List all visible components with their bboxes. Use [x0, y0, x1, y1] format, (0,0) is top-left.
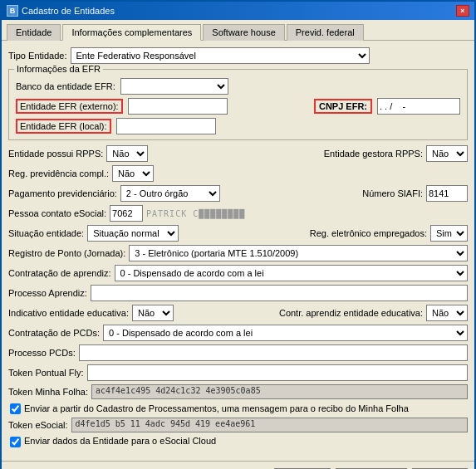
registro-ponto-label: Registro de Ponto (Jornada): [8, 248, 125, 258]
pessoa-contato-name: PATRICK C████████ [146, 209, 245, 218]
contr-aprendiz-label: Contr. aprendiz entidade educativa: [279, 308, 423, 318]
token-pontual-input[interactable] [87, 364, 469, 381]
rpps-row: Entidade possui RPPS: Não Entidade gesto… [8, 145, 468, 162]
pessoa-contato-label: Pessoa contato eSocial: [8, 208, 106, 218]
pgto-left: Pagamento previdenciário: 2 - Outro órgã… [8, 185, 220, 202]
main-window: B Cadastro de Entidades × Entidade Infor… [0, 0, 476, 469]
processo-aprendiz-input[interactable] [91, 285, 468, 301]
token-esocial-row: Token eSocial: d4fe1d5 b5 11 4adc 945d 4… [8, 418, 468, 432]
cnpj-input[interactable] [377, 98, 460, 115]
token-pontual-row: Token Pontual Fly: [8, 364, 468, 381]
reg-eletronico-right: Reg. eletrônico empregados: Sim [310, 225, 468, 242]
pgto-prev-label: Pagamento previdenciário: [8, 188, 117, 198]
efr-banco-row: Banco da entidade EFR: [16, 78, 460, 95]
rpps-right: Entidade gestora RPPS: Não [324, 145, 468, 162]
app-icon: B [7, 5, 18, 17]
pessoa-contato-code-input[interactable] [110, 205, 143, 222]
contratacao-aprendiz-row: Contratação de aprendiz: 0 - Dispensado … [8, 265, 468, 281]
title-bar: B Cadastro de Entidades × [2, 2, 474, 20]
indicativo-label: Indicativo entidade educativa: [8, 308, 129, 318]
registro-ponto-select[interactable]: 3 - Eletrônico (portaria MTE 1.510/2009) [129, 245, 468, 261]
entidade-externo-input[interactable] [128, 98, 228, 115]
entidade-local-input[interactable] [116, 118, 216, 134]
numero-siafi-input[interactable] [426, 185, 468, 202]
checkbox-esocial-label: Enviar dados da Entidade para o eSocial … [24, 436, 216, 446]
token-minha-folha-label: Token Minha Folha: [8, 387, 88, 397]
bottom-buttons: Gravar Selecionar Excluir [2, 461, 474, 469]
entidade-rpps-select[interactable]: Não [106, 145, 148, 162]
token-esocial-label: Token eSocial: [8, 420, 68, 430]
situacao-label: Situação entidade: [8, 228, 84, 238]
pessoa-contato-row: Pessoa contato eSocial: PATRICK C███████… [8, 205, 468, 222]
efr-local-row: Entidade EFR (local): [16, 118, 460, 134]
reg-eletronico-select[interactable]: Sim [430, 225, 468, 242]
gestora-rpps-select[interactable]: Não [426, 145, 468, 162]
reg-prev-select[interactable]: Não [112, 165, 154, 182]
checkbox-minha-folha-row: Enviar a partir do Cadastro de Processam… [8, 403, 468, 414]
checkbox-esocial-row: Enviar dados da Entidade para o eSocial … [8, 436, 468, 447]
situacao-select[interactable]: Situação normal [87, 225, 179, 242]
reg-prev-row: Reg. previdência compl.: Não [8, 165, 468, 182]
pgto-prev-select[interactable]: 2 - Outro órgão [120, 185, 220, 202]
reg-prev-label: Reg. previdência compl.: [8, 169, 109, 178]
tipo-entidade-label: Tipo Entidade: [8, 51, 67, 61]
checkbox-minha-folha-label: Enviar a partir do Cadastro de Processam… [24, 403, 373, 414]
processo-aprendiz-row: Processo Aprendiz: [8, 285, 468, 301]
indicativo-left: Indicativo entidade educativa: Não [8, 305, 174, 321]
title-bar-left: B Cadastro de Entidades [7, 5, 115, 17]
entidade-externo-label: Entidade EFR (externo): [16, 99, 123, 114]
tab-content: Tipo Entidade: Ente Federativo Responsáv… [2, 41, 474, 457]
efr-externo-row: Entidade EFR (externo): CNPJ EFR: [16, 98, 460, 115]
entidade-local-label: Entidade EFR (local): [16, 119, 111, 134]
close-button[interactable]: × [456, 5, 469, 17]
token-pontual-label: Token Pontual Fly: [8, 368, 84, 378]
gestora-rpps-label: Entidade gestora RPPS: [324, 149, 423, 159]
processo-pcds-input[interactable] [79, 344, 468, 361]
banco-select[interactable] [120, 78, 228, 95]
tipo-entidade-select[interactable]: Ente Federativo Responsável [71, 47, 370, 64]
pgto-prev-row: Pagamento previdenciário: 2 - Outro órgã… [8, 185, 468, 202]
tab-previd-federal[interactable]: Previd. federal [287, 24, 364, 41]
tab-software-house[interactable]: Software house [203, 24, 284, 41]
processo-pcds-row: Processo PCDs: [8, 344, 468, 361]
contratacao-aprendiz-label: Contratação de aprendiz: [8, 268, 111, 278]
processo-aprendiz-label: Processo Aprendiz: [8, 288, 87, 298]
entidade-rpps-label: Entidade possui RPPS: [8, 149, 103, 159]
contratacao-pcds-row: Contratação de PCDs: 0 - Dispensado de a… [8, 325, 468, 341]
registro-ponto-row: Registro de Ponto (Jornada): 3 - Eletrôn… [8, 245, 468, 261]
tabs-row: Entidade Informações complementares Soft… [2, 20, 474, 41]
checkbox-minha-folha[interactable] [10, 403, 21, 414]
banco-label: Banco da entidade EFR: [16, 81, 115, 91]
efr-inner: Banco da entidade EFR: Entidade EFR (ext… [16, 78, 460, 134]
efr-group-box: Informações da EFR Banco da entidade EFR… [8, 69, 468, 140]
window-title: Cadastro de Entidades [22, 6, 115, 16]
token-minha-folha-row: Token Minha Folha: ac4f4e1c495 4d24c1c32… [8, 384, 468, 399]
tipo-entidade-row: Tipo Entidade: Ente Federativo Responsáv… [8, 47, 468, 64]
numero-siafi-label: Número SIAFI: [362, 188, 423, 198]
indicativo-row: Indicativo entidade educativa: Não Contr… [8, 305, 468, 321]
contratacao-aprendiz-select[interactable]: 0 - Dispensado de acordo com a lei [115, 265, 468, 281]
contr-aprendiz-right: Contr. aprendiz entidade educativa: Não [279, 305, 468, 321]
contratacao-pcds-select[interactable]: 0 - Dispensado de acordo com a lei [103, 325, 468, 341]
efr-legend: Informações da EFR [14, 64, 103, 74]
tab-entidade[interactable]: Entidade [7, 24, 61, 41]
token-minha-folha-value: ac4f4e1c495 4d24c1c32 4e3905c0a85 [91, 384, 468, 399]
checkbox-esocial[interactable] [10, 437, 21, 447]
situacao-left: Situação entidade: Situação normal [8, 225, 179, 242]
processo-pcds-label: Processo PCDs: [8, 348, 76, 358]
situacao-row: Situação entidade: Situação normal Reg. … [8, 225, 468, 242]
token-esocial-value: d4fe1d5 b5 11 4adc 945d 419 ee4ae961 [71, 418, 468, 432]
reg-eletronico-label: Reg. eletrônico empregados: [310, 228, 427, 238]
siafi-right: Número SIAFI: [362, 185, 468, 202]
indicativo-select[interactable]: Não [132, 305, 174, 321]
cnpj-label: CNPJ EFR: [314, 99, 372, 114]
contratacao-pcds-label: Contratação de PCDs: [8, 328, 100, 338]
tab-info-complementares[interactable]: Informações complementares [62, 24, 201, 41]
contr-aprendiz-select[interactable]: Não [426, 305, 468, 321]
rpps-left: Entidade possui RPPS: Não [8, 145, 148, 162]
